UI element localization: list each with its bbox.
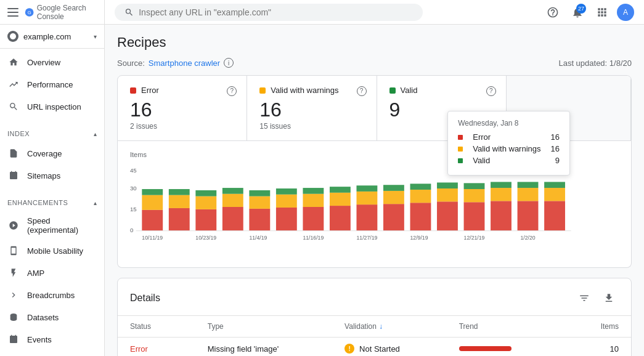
- svg-rect-7: [142, 195, 163, 210]
- svg-rect-29: [330, 187, 351, 193]
- svg-rect-22: [276, 195, 297, 208]
- index-section-header[interactable]: Index ▴: [0, 125, 104, 140]
- svg-rect-49: [518, 188, 539, 201]
- sidebar-item-mobile-usability[interactable]: Mobile Usability: [0, 240, 99, 262]
- sidebar-item-coverage[interactable]: Coverage: [0, 142, 99, 164]
- events-label: Events: [27, 335, 52, 344]
- index-label: Index: [7, 130, 30, 137]
- apps-button[interactable]: [592, 2, 612, 22]
- mobile-usability-label: Mobile Usability: [27, 246, 83, 256]
- search-box[interactable]: [115, 4, 423, 21]
- svg-rect-51: [544, 201, 565, 230]
- col-validation[interactable]: Validation ↓: [332, 316, 447, 338]
- svg-rect-26: [303, 188, 324, 194]
- main-nav: Overview Performance URL inspection: [0, 49, 104, 120]
- topbar-actions: 27 A: [543, 2, 634, 22]
- menu-icon[interactable]: [7, 5, 18, 20]
- col-status: Status: [118, 316, 195, 338]
- datasets-icon: [7, 311, 20, 323]
- svg-text:0: 0: [130, 227, 133, 233]
- warning-info-icon[interactable]: ?: [357, 86, 367, 96]
- svg-text:30: 30: [130, 185, 137, 192]
- search-input[interactable]: [139, 7, 413, 17]
- last-updated: Last updated: 1/8/20: [558, 59, 632, 68]
- url-inspection-label: URL inspection: [27, 102, 81, 111]
- svg-rect-28: [330, 193, 351, 206]
- coverage-label: Coverage: [27, 149, 62, 158]
- download-button[interactable]: [599, 288, 619, 308]
- svg-rect-37: [410, 190, 431, 203]
- svg-rect-41: [437, 182, 458, 188]
- enhancements-section-header[interactable]: Enhancements ▴: [0, 194, 104, 209]
- sidebar-item-amp[interactable]: AMP: [0, 262, 99, 284]
- warning-dot: [259, 87, 266, 94]
- table-body: Error Missing field 'image' ! Not Starte…: [118, 338, 631, 357]
- tooltip-valid-value: 9: [555, 156, 560, 165]
- details-title: Details: [130, 293, 160, 304]
- page-title: Recipes: [117, 34, 632, 51]
- tooltip-error-row: Error 16: [458, 132, 560, 142]
- warning-card-header: Valid with warnings: [259, 86, 364, 95]
- svg-text:12/9/19: 12/9/19: [410, 235, 428, 241]
- notifications-button[interactable]: 27: [568, 2, 587, 22]
- validation-icon: !: [344, 344, 354, 354]
- sidebar-item-speed[interactable]: Speed (experimental): [0, 211, 99, 240]
- performance-label: Performance: [27, 80, 73, 89]
- source-label: Source:: [117, 59, 145, 68]
- error-dot: [130, 87, 136, 94]
- help-button[interactable]: [543, 2, 563, 22]
- amp-label: AMP: [27, 269, 44, 278]
- svg-rect-27: [330, 206, 351, 231]
- svg-rect-53: [544, 182, 565, 188]
- error-count: 16: [130, 100, 234, 119]
- chevron-down-icon: ▾: [94, 33, 97, 40]
- svg-rect-42: [464, 202, 485, 230]
- svg-rect-46: [491, 188, 512, 201]
- col-items: Items: [570, 316, 631, 338]
- svg-text:11/16/19: 11/16/19: [303, 235, 324, 241]
- svg-rect-44: [464, 183, 485, 189]
- source-bar: Source: Smartphone crawler i Last update…: [117, 58, 632, 68]
- sidebar-item-fact-checks[interactable]: Fact checks: [0, 350, 99, 356]
- topbar: 27 A: [105, 0, 644, 25]
- valid-info-icon[interactable]: ?: [486, 86, 496, 96]
- sidebar-item-performance[interactable]: Performance: [0, 73, 99, 95]
- svg-rect-15: [222, 207, 243, 231]
- error-issues: 2 issues: [130, 122, 234, 131]
- svg-rect-14: [195, 190, 216, 196]
- sidebar-item-sitemaps[interactable]: Sitemaps: [0, 164, 99, 187]
- error-info-icon[interactable]: ?: [227, 86, 237, 96]
- last-updated-text: Last updated: 1/8/20: [558, 59, 632, 68]
- sidebar-item-events[interactable]: Events: [0, 328, 99, 350]
- source-info: Source: Smartphone crawler i: [117, 58, 234, 68]
- row-items: 10: [570, 338, 631, 357]
- svg-rect-34: [383, 191, 404, 204]
- sidebar-item-overview[interactable]: Overview: [0, 51, 99, 73]
- details-header: Details: [118, 278, 631, 316]
- performance-icon: [7, 78, 20, 91]
- details-table: Status Type Validation ↓ Trend Items: [118, 316, 631, 356]
- sidebar-item-url-inspection[interactable]: URL inspection: [0, 95, 99, 118]
- sidebar-item-breadcrumbs[interactable]: Breadcrumbs: [0, 284, 99, 306]
- sidebar-item-datasets[interactable]: Datasets: [0, 306, 99, 328]
- amp-icon: [7, 267, 20, 279]
- sidebar-header: G Google Search Console: [0, 0, 104, 25]
- svg-rect-50: [518, 182, 539, 188]
- warning-count: 16: [259, 100, 364, 119]
- valid-card-header: Valid: [389, 86, 494, 95]
- validation-text: Not Started: [359, 344, 400, 354]
- source-link[interactable]: Smartphone crawler: [149, 59, 220, 68]
- speed-icon: [7, 219, 20, 232]
- enhancements-label: Enhancements: [7, 199, 68, 206]
- app-title: Google Search Console: [37, 4, 97, 21]
- svg-text:15: 15: [130, 206, 137, 212]
- table-header: Status Type Validation ↓ Trend Items: [118, 316, 631, 338]
- apps-icon: [596, 6, 608, 18]
- speed-label: Speed (experimental): [27, 216, 92, 235]
- site-selector[interactable]: example.com ▾: [0, 25, 104, 49]
- avatar[interactable]: A: [617, 4, 634, 21]
- source-info-icon[interactable]: i: [224, 58, 234, 68]
- main-content: 27 A Recipes Source: Smartphone crawler …: [105, 0, 644, 356]
- svg-text:12/21/19: 12/21/19: [464, 235, 485, 241]
- filter-button[interactable]: [574, 288, 594, 308]
